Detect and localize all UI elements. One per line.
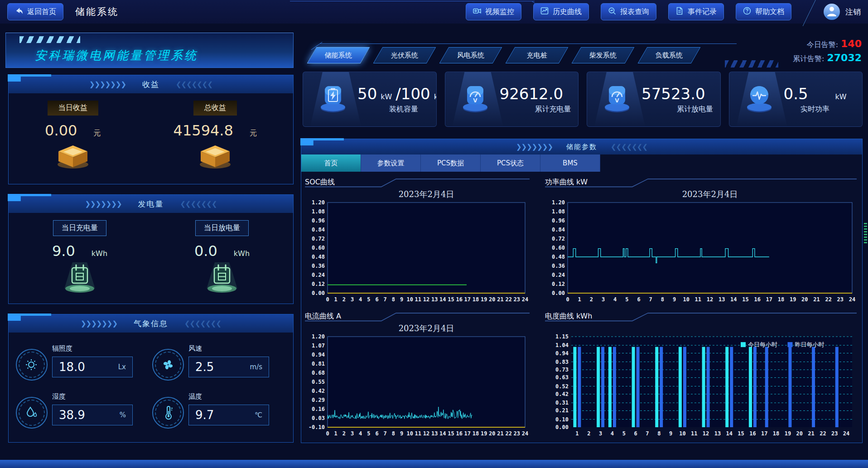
temperature-thermometer-icon	[152, 397, 184, 429]
svg-text:1: 1	[334, 296, 338, 303]
svg-text:17: 17	[464, 296, 471, 303]
svg-text:22: 22	[820, 430, 826, 437]
humidity-drop-icon	[16, 397, 48, 429]
svg-text:1.20: 1.20	[312, 199, 325, 206]
tab-home[interactable]: 首页	[301, 154, 361, 172]
humidity-item: 湿度 38.9 %	[16, 391, 149, 429]
svg-text:21: 21	[497, 430, 503, 437]
svg-text:18: 18	[773, 430, 779, 437]
svg-text:23: 23	[831, 430, 838, 437]
help-doc-button[interactable]: 帮助文档	[736, 3, 791, 20]
svg-text:13: 13	[431, 296, 438, 303]
daily-revenue-item: 当日收益 0.00 元	[45, 101, 101, 172]
report-query-button[interactable]: 报表查询	[601, 3, 656, 20]
today-alarm-row: 今日告警:140	[793, 38, 862, 50]
svg-text:0.63: 0.63	[555, 374, 569, 381]
video-monitor-button[interactable]: 视频监控	[466, 3, 521, 20]
svg-text:19: 19	[785, 430, 791, 437]
tab-pcs-status[interactable]: PCS状态	[481, 154, 540, 172]
svg-text:1.20: 1.20	[312, 333, 325, 340]
svg-text:1.07: 1.07	[312, 343, 325, 349]
tab-pcs-data[interactable]: PCS数据	[421, 154, 481, 172]
generation-body: 当日充电量 9.0 kWh	[9, 213, 293, 296]
energy-chart: 电度曲线 kWh 0.000.100.210.310.420.520.630.7…	[545, 309, 858, 440]
wind-fan-icon	[152, 349, 184, 381]
svg-text:10: 10	[406, 296, 413, 303]
svg-text:20: 20	[489, 430, 495, 437]
svg-text:1.20: 1.20	[552, 199, 565, 206]
tab-load-system[interactable]: 负载系统	[638, 47, 701, 63]
svg-text:8: 8	[661, 296, 664, 303]
humidity-value: 38.9	[59, 408, 85, 422]
svg-text:2023年2月4日: 2023年2月4日	[399, 189, 454, 199]
history-curve-button[interactable]: 历史曲线	[533, 3, 589, 20]
total-alarm-value: 27032	[827, 52, 862, 63]
tab-bms[interactable]: BMS	[540, 154, 600, 172]
svg-text:24: 24	[522, 430, 528, 437]
svg-text:5: 5	[367, 296, 370, 303]
svg-text:14: 14	[439, 430, 446, 437]
svg-text:1.08: 1.08	[312, 208, 325, 215]
svg-text:0.42: 0.42	[555, 391, 569, 397]
irradiance-sun-icon	[16, 349, 48, 381]
generation-title: 发电量	[138, 199, 164, 209]
svg-text:6: 6	[634, 430, 637, 437]
capacity-value: 50	[357, 85, 377, 103]
tab-diesel-system[interactable]: 柴发系统	[572, 47, 635, 63]
storage-params-panel: ❯❯❯❯❯❯❯ 储能参数 ❮❮❮❮❮❮❮ 首页 参数设置 PCS数据 PCS状态…	[301, 139, 863, 443]
power-chart-header: 功率曲线 kW	[545, 175, 858, 189]
avatar[interactable]	[824, 4, 840, 20]
svg-text:0.36: 0.36	[552, 263, 565, 269]
energy-chart-title: 电度曲线 kWh	[545, 312, 592, 321]
tab-storage-system[interactable]: 储能系统	[307, 47, 370, 63]
svg-text:0.83: 0.83	[555, 359, 569, 365]
soc-chart-plot: 2023年2月4日0.000.120.240.360.480.600.720.8…	[305, 189, 531, 305]
svg-text:0.48: 0.48	[312, 254, 325, 260]
svg-text:3: 3	[351, 430, 354, 437]
svg-text:17: 17	[464, 430, 471, 437]
video-icon	[473, 7, 481, 17]
left-column: ❯❯❯❯❯❯❯ 收益 ❮❮❮❮❮❮❮ 当日收益 0.00 元	[8, 75, 294, 443]
tab-wind-system[interactable]: 风电系统	[439, 47, 502, 63]
current-chart-plot: 2023年2月4日-0.100.030.160.290.420.550.680.…	[305, 323, 531, 439]
stat-card-capacity: 50 kW /100 kWh 装机容量	[303, 72, 437, 127]
svg-text:2023年2月4日: 2023年2月4日	[682, 189, 738, 199]
hatch-decoration-icon	[725, 60, 778, 68]
svg-text:14: 14	[726, 430, 733, 437]
event-log-button[interactable]: 事件记录	[668, 3, 724, 20]
svg-text:3: 3	[602, 296, 605, 303]
humidity-value-box: 38.9 %	[52, 405, 133, 425]
svg-text:4: 4	[359, 430, 362, 437]
svg-text:0.96: 0.96	[312, 217, 325, 224]
page-title: 储能系统	[75, 5, 119, 18]
svg-text:0.12: 0.12	[312, 281, 325, 287]
total-alarm-label: 累计告警:	[793, 54, 824, 63]
svg-text:7: 7	[384, 296, 387, 303]
tab-charging-pile[interactable]: 充电桩	[506, 47, 569, 63]
logout-button[interactable]: 注销	[845, 7, 861, 17]
svg-text:17: 17	[761, 430, 767, 437]
svg-text:0.72: 0.72	[552, 236, 565, 242]
svg-text:1: 1	[334, 430, 338, 437]
svg-text:9: 9	[400, 430, 403, 437]
svg-text:22: 22	[505, 296, 511, 303]
stat-card-realtime-power: 0.5 kW 实时功率	[729, 72, 863, 127]
scrollbar-thumb[interactable]	[864, 223, 867, 244]
tab-wind-label: 风电系统	[457, 51, 484, 60]
wind-speed-unit: m/s	[250, 363, 262, 371]
back-home-button[interactable]: 返回首页	[7, 3, 63, 20]
tab-param-settings[interactable]: 参数设置	[361, 154, 421, 172]
svg-text:0.31: 0.31	[555, 400, 569, 406]
svg-text:19: 19	[790, 296, 796, 303]
svg-text:0: 0	[326, 296, 329, 303]
tab-pv-system[interactable]: 光伏系统	[373, 47, 436, 63]
humidity-label: 湿度	[52, 392, 66, 401]
svg-text:9: 9	[673, 296, 676, 303]
event-log-icon	[675, 7, 684, 17]
svg-text:0.03: 0.03	[312, 415, 325, 421]
wind-speed-label: 风速	[188, 344, 202, 353]
svg-text:5: 5	[622, 430, 626, 437]
svg-text:4: 4	[613, 296, 617, 303]
revenue-panel-header: ❯❯❯❯❯❯❯ 收益 ❮❮❮❮❮❮❮	[9, 75, 293, 93]
footer-bar	[0, 460, 868, 468]
